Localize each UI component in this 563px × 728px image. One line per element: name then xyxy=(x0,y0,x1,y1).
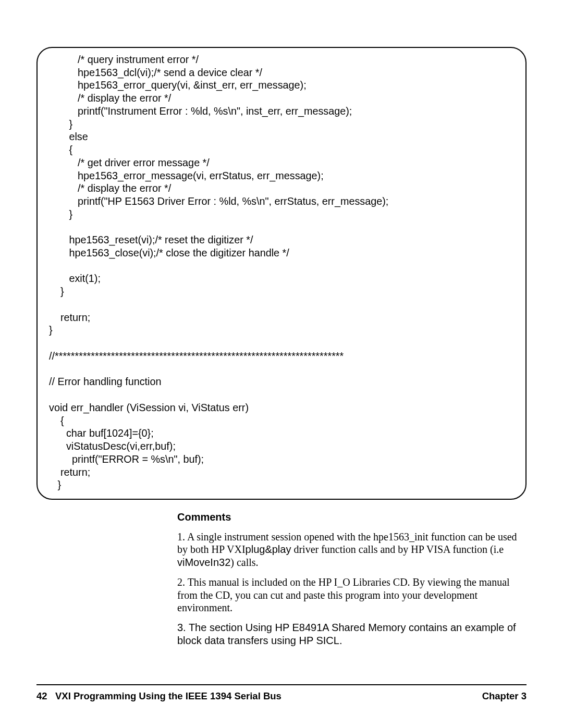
code-line: return; xyxy=(49,466,90,478)
code-line: hpe1563_reset(vi);/* reset the digitizer… xyxy=(49,234,253,245)
page-footer: 42 VXI Programming Using the IEEE 1394 S… xyxy=(36,684,527,702)
code-line: void err_handler (ViSession vi, ViStatus… xyxy=(49,402,249,413)
code-line: /* get driver error message */ xyxy=(49,157,210,168)
comments-section: Comments 1. A single instrument session … xyxy=(177,511,527,647)
code-line: { xyxy=(49,415,64,426)
code-line: hpe1563_error_message(vi, errStatus, err… xyxy=(49,170,324,181)
code-line: return; xyxy=(49,312,90,323)
document-page: /* query instrument error */ hpe1563_dcl… xyxy=(0,0,563,728)
comment-2: 2. This manual is included on the HP I_O… xyxy=(177,576,527,614)
code-line: hpe1563_dcl(vi);/* send a device clear *… xyxy=(49,67,262,78)
code-line: hpe1563_error_query(vi, &inst_err, err_m… xyxy=(49,79,307,91)
footer-left: 42 VXI Programming Using the IEEE 1394 S… xyxy=(36,690,282,702)
code-listing-box: /* query instrument error */ hpe1563_dcl… xyxy=(36,47,527,500)
code-line: printf("ERROR = %s\n", buf); xyxy=(49,453,204,465)
comment-1-text-e: ) calls. xyxy=(230,557,258,568)
code-line: char buf[1024]={0}; xyxy=(49,427,154,439)
code-line: else xyxy=(49,131,88,142)
code-line: printf("Instrument Error : %ld, %s\n", i… xyxy=(49,105,352,117)
code-line: } xyxy=(49,324,53,336)
code-line: } xyxy=(49,208,72,220)
code-line: printf("HP E1563 Driver Error : %ld, %s\… xyxy=(49,195,388,207)
code-line: viStatusDesc(vi,err,buf); xyxy=(49,440,176,452)
code-line: //**************************************… xyxy=(49,350,344,362)
code-line: { xyxy=(49,144,72,155)
code-line: } xyxy=(49,118,72,130)
code-line: exit(1); xyxy=(49,273,101,284)
comment-3: 3. The section Using HP E8491A Shared Me… xyxy=(177,621,527,647)
comments-heading: Comments xyxy=(177,511,527,523)
comment-1-plugplay: plug&play xyxy=(246,544,291,555)
footer-right: Chapter 3 xyxy=(482,690,527,702)
code-line: /* query instrument error */ xyxy=(49,54,199,65)
code-line: /* display the error */ xyxy=(49,92,171,104)
code-line: hpe1563_close(vi);/* close the digitizer… xyxy=(49,247,289,258)
code-line: } xyxy=(49,286,64,297)
comment-1: 1. A single instrument session opened wi… xyxy=(177,530,527,569)
code-line: // Error handling function xyxy=(49,376,162,387)
code-line: } xyxy=(49,479,61,490)
comment-1-text-c: driver function calls and by HP VISA fun… xyxy=(291,544,504,555)
footer-title: VXI Programming Using the IEEE 1394 Seri… xyxy=(55,690,282,701)
comment-1-vimovein32: viMoveIn32 xyxy=(177,557,230,568)
code-line: /* display the error */ xyxy=(49,182,171,194)
page-number: 42 xyxy=(36,690,47,701)
